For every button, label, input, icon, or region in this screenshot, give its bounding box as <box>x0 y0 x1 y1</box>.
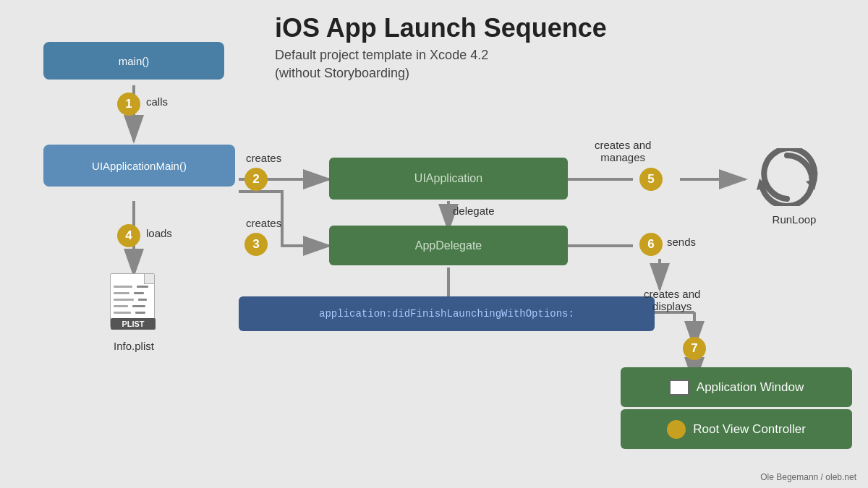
runloop-label: RunLoop <box>751 213 838 226</box>
app-delegate-box: AppDelegate <box>329 226 568 265</box>
label-loads: loads <box>146 227 172 239</box>
footer: Ole Begemann / oleb.net <box>760 472 856 482</box>
label-creates-3: creates <box>246 217 281 229</box>
did-finish-box: application:didFinishLaunchingWithOption… <box>239 296 655 331</box>
label-calls: calls <box>146 95 168 108</box>
window-icon <box>669 380 689 395</box>
circle-6: 6 <box>639 233 663 256</box>
circle-2: 2 <box>244 168 268 191</box>
ui-app-main-box: UIApplicationMain() <box>43 145 235 187</box>
label-sends: sends <box>667 236 696 248</box>
plist-icon: PLIST <box>110 273 161 335</box>
circle-7: 7 <box>683 337 706 360</box>
subtitle: Default project template in Xcode 4.2 (w… <box>275 46 607 82</box>
label-creates-2: creates <box>246 152 281 164</box>
label-creates-manages: creates and manages <box>595 139 651 163</box>
main-title: iOS App Launch Sequence <box>275 13 607 43</box>
circle-4: 4 <box>117 224 140 247</box>
ui-application-box: UIApplication <box>329 158 568 200</box>
app-window-box: Application Window <box>621 367 852 407</box>
label-creates-displays: creates and displays <box>644 288 700 312</box>
infoplist-caption: Info.plist <box>101 340 166 352</box>
plist-label: PLIST <box>111 318 156 330</box>
title-area: iOS App Launch Sequence Default project … <box>275 13 607 82</box>
label-delegate: delegate <box>453 205 495 217</box>
runloop-area: RunLoop <box>751 148 838 226</box>
root-controller-box: Root View Controller <box>621 409 852 449</box>
circle-1: 1 <box>117 93 140 116</box>
main-func-box: main() <box>43 42 224 80</box>
circle-3: 3 <box>244 233 268 256</box>
circle-5: 5 <box>639 168 663 191</box>
controller-icon <box>667 420 686 439</box>
